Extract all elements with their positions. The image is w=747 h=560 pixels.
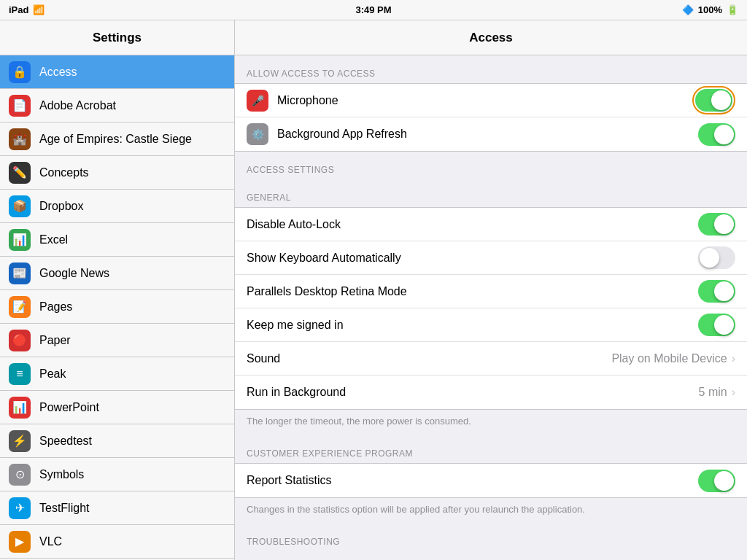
main-container: Settings 🔒Access📄Adobe Acrobat🏰Age of Em…: [0, 20, 747, 560]
sidebar-list: 🔒Access📄Adobe Acrobat🏰Age of Empires: Ca…: [0, 55, 234, 560]
sidebar-item-label-vlc: VLC: [39, 535, 62, 548]
keyboard-toggle[interactable]: [698, 246, 735, 269]
sidebar-item-powerpoint[interactable]: 📊PowerPoint: [0, 391, 234, 424]
sidebar-header: Settings: [0, 20, 234, 55]
autolock-toggle-knob: [714, 214, 734, 234]
settings-group-general: Disable Auto-Lock Show Keyboard Automati…: [235, 207, 747, 410]
sidebar-item-speedtest[interactable]: ⚡Speedtest: [0, 424, 234, 458]
sidebar-item-icon-dropbox: 📦: [9, 195, 31, 217]
sidebar-item-label-excel: Excel: [39, 233, 68, 246]
sidebar-item-label-pages: Pages: [39, 300, 72, 314]
battery-label: 100%: [698, 4, 722, 15]
sidebar-item-icon-symbols: ⊙: [9, 464, 31, 486]
sidebar-item-icon-powerpoint: 📊: [9, 397, 31, 419]
keyboard-label: Show Keyboard Automatically: [247, 252, 698, 265]
microphone-icon: 🎤: [247, 90, 268, 112]
row-sound[interactable]: Sound Play on Mobile Device ›: [235, 342, 747, 376]
sidebar-item-symbols[interactable]: ⊙Symbols: [0, 458, 234, 491]
wifi-icon: 📶: [33, 4, 44, 15]
sidebar-title: Settings: [93, 31, 142, 45]
sidebar-item-excel[interactable]: 📊Excel: [0, 223, 234, 257]
sidebar-item-label-dropbox: Dropbox: [39, 200, 83, 213]
sidebar-item-icon-testflight: ✈: [9, 497, 31, 519]
autolock-toggle[interactable]: [698, 213, 735, 236]
status-bar: iPad 📶 3:49 PM 🔷 100% 🔋: [0, 0, 747, 20]
microphone-toggle-highlight: [692, 86, 735, 114]
runbg-label: Run in Background: [247, 386, 699, 399]
sidebar-item-label-access: Access: [39, 66, 77, 79]
sidebar: Settings 🔒Access📄Adobe Acrobat🏰Age of Em…: [0, 20, 235, 560]
retina-toggle[interactable]: [698, 280, 735, 303]
sidebar-item-googlenews[interactable]: 📰Google News: [0, 257, 234, 290]
signedin-toggle[interactable]: [698, 314, 735, 336]
sidebar-item-icon-paper: 🔴: [9, 330, 31, 351]
sidebar-item-label-age: Age of Empires: Castle Siege: [39, 133, 192, 146]
section-header-allow: ALLOW ACCESS TO ACCESS: [235, 55, 747, 83]
sidebar-item-icon-googlenews: 📰: [9, 262, 31, 284]
sidebar-item-label-adobe: Adobe Acrobat: [39, 99, 116, 112]
bg-refresh-icon: ⚙️: [247, 123, 268, 145]
settings-group-allow: 🎤 Microphone ⚙️ Background App Refresh: [235, 83, 747, 152]
info-text-stats: Changes in the statistics option will be…: [235, 498, 747, 524]
sidebar-item-age[interactable]: 🏰Age of Empires: Castle Siege: [0, 122, 234, 156]
sidebar-item-icon-concepts: ✏️: [9, 162, 31, 184]
row-runbg[interactable]: Run in Background 5 min ›: [235, 376, 747, 409]
sidebar-item-paper[interactable]: 🔴Paper: [0, 324, 234, 357]
sidebar-item-dropbox[interactable]: 📦Dropbox: [0, 190, 234, 223]
runbg-chevron-icon: ›: [732, 386, 735, 399]
stats-toggle[interactable]: [698, 470, 735, 492]
signedin-toggle-knob: [714, 315, 734, 335]
retina-toggle-knob: [714, 281, 734, 301]
signedin-label: Keep me signed in: [247, 319, 698, 332]
sidebar-item-icon-pages: 📝: [9, 296, 31, 318]
status-time: 3:49 PM: [355, 4, 391, 15]
section-header-general: GENERAL: [235, 179, 747, 207]
sidebar-item-label-testflight: TestFlight: [39, 502, 89, 515]
microphone-label: Microphone: [277, 94, 692, 107]
sidebar-item-icon-access: 🔒: [9, 61, 31, 83]
bg-refresh-toggle[interactable]: [698, 123, 735, 146]
sidebar-item-icon-adobe: 📄: [9, 95, 31, 117]
microphone-toggle[interactable]: [695, 89, 732, 112]
content-area: Access ALLOW ACCESS TO ACCESS 🎤 Micropho…: [235, 20, 747, 560]
autolock-label: Disable Auto-Lock: [247, 218, 698, 231]
bg-refresh-label: Background App Refresh: [277, 128, 698, 141]
retina-label: Parallels Desktop Retina Mode: [247, 285, 698, 298]
sound-label: Sound: [247, 352, 611, 365]
sidebar-item-label-peak: Peak: [39, 368, 66, 381]
keyboard-toggle-knob: [700, 248, 719, 268]
runbg-value: 5 min: [699, 386, 727, 399]
sidebar-item-icon-vlc: ▶: [9, 531, 31, 553]
settings-group-customer: Report Statistics: [235, 463, 747, 498]
sidebar-item-icon-peak: ≡: [9, 363, 31, 385]
row-stats: Report Statistics: [235, 464, 747, 497]
section-header-access-settings: ACCESS SETTINGS: [235, 152, 747, 179]
sidebar-item-label-symbols: Symbols: [39, 468, 84, 481]
bg-refresh-toggle-knob: [714, 125, 734, 144]
sidebar-item-vlc[interactable]: ▶VLC: [0, 525, 234, 559]
sidebar-item-label-googlenews: Google News: [39, 267, 109, 280]
sidebar-item-concepts[interactable]: ✏️Concepts: [0, 156, 234, 190]
row-retina: Parallels Desktop Retina Mode: [235, 275, 747, 308]
status-right: 🔷 100% 🔋: [682, 4, 738, 15]
sidebar-item-testflight[interactable]: ✈TestFlight: [0, 491, 234, 525]
battery-icon: 🔋: [727, 4, 738, 15]
sound-chevron-icon: ›: [732, 352, 735, 365]
sidebar-item-access[interactable]: 🔒Access: [0, 55, 234, 89]
row-bg-refresh: ⚙️ Background App Refresh: [235, 117, 747, 151]
status-left: iPad 📶: [9, 4, 44, 15]
content-title: Access: [469, 31, 513, 45]
info-text-timeout: The longer the timeout, the more power i…: [235, 410, 747, 435]
sidebar-item-label-powerpoint: PowerPoint: [39, 401, 99, 414]
content-header: Access: [235, 20, 747, 55]
sidebar-item-label-speedtest: Speedtest: [39, 435, 92, 448]
sound-value: Play on Mobile Device: [611, 352, 727, 365]
row-microphone: 🎤 Microphone: [235, 84, 747, 117]
sidebar-item-adobe[interactable]: 📄Adobe Acrobat: [0, 89, 234, 122]
sidebar-item-peak[interactable]: ≡Peak: [0, 357, 234, 391]
section-header-customer: CUSTOMER EXPERIENCE PROGRAM: [235, 435, 747, 463]
sidebar-item-label-concepts: Concepts: [39, 166, 89, 179]
microphone-toggle-knob: [711, 90, 731, 110]
sidebar-item-pages[interactable]: 📝Pages: [0, 290, 234, 324]
sidebar-item-label-paper: Paper: [39, 334, 71, 347]
